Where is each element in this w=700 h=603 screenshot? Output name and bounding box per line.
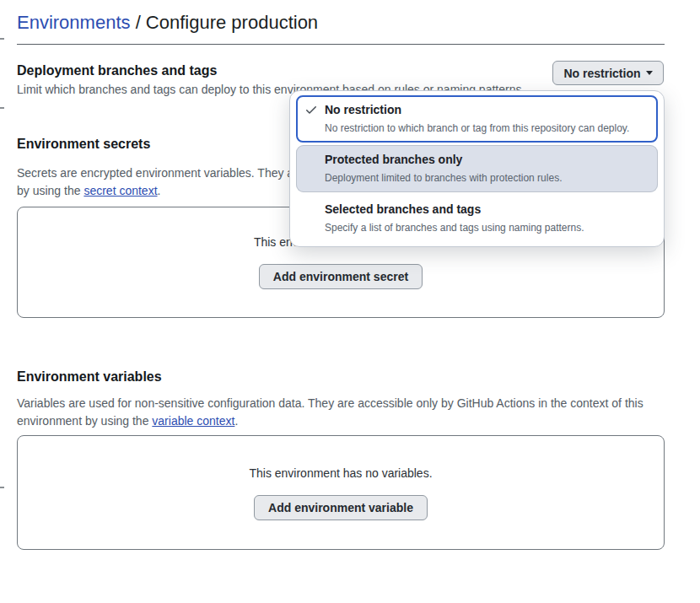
restriction-selector-label: No restriction bbox=[563, 67, 640, 80]
dropdown-option-description: No restriction to which branch or tag fr… bbox=[325, 121, 648, 135]
variables-empty-message: This environment has no variables. bbox=[18, 466, 664, 480]
edge-artifact bbox=[0, 38, 4, 40]
dropdown-option-description: Specify a list of branches and tags usin… bbox=[325, 221, 648, 234]
breadcrumb-environments-link[interactable]: Environments bbox=[17, 12, 131, 33]
check-icon bbox=[304, 103, 318, 116]
chevron-down-icon bbox=[646, 71, 653, 75]
secrets-section-title: Environment secrets bbox=[17, 136, 150, 153]
dropdown-option-title: No restriction bbox=[325, 102, 648, 118]
variable-context-link[interactable]: variable context bbox=[152, 414, 234, 428]
variables-empty-box: This environment has no variables. Add e… bbox=[17, 435, 665, 550]
dropdown-option-protected-branches[interactable]: Protected branches only Deployment limit… bbox=[296, 145, 658, 192]
add-environment-secret-button[interactable]: Add environment secret bbox=[259, 264, 423, 289]
deployment-section-title: Deployment branches and tags bbox=[17, 62, 217, 79]
dropdown-option-title: Protected branches only bbox=[325, 152, 648, 168]
dropdown-option-description: Deployment limited to branches with prot… bbox=[325, 171, 648, 185]
dropdown-option-selected-branches[interactable]: Selected branches and tags Specify a lis… bbox=[296, 195, 658, 242]
variables-description-period: . bbox=[234, 414, 238, 428]
restriction-dropdown-menu: No restriction No restriction to which b… bbox=[289, 90, 665, 247]
page-title: Environments / Configure production bbox=[17, 11, 318, 35]
dropdown-option-no-restriction[interactable]: No restriction No restriction to which b… bbox=[296, 95, 658, 143]
variables-section-description: Variables are used for non-sensitive con… bbox=[17, 395, 675, 430]
restriction-selector-button[interactable]: No restriction bbox=[552, 61, 664, 85]
environment-settings-page: Environments / Configure production Depl… bbox=[0, 0, 700, 603]
variables-section-title: Environment variables bbox=[17, 369, 162, 385]
secrets-description-period: . bbox=[158, 184, 161, 197]
breadcrumb-separator: / bbox=[131, 12, 146, 33]
edge-artifact bbox=[0, 487, 4, 488]
header-divider bbox=[17, 44, 665, 45]
add-environment-variable-button[interactable]: Add environment variable bbox=[254, 495, 428, 520]
variables-description-text: Variables are used for non-sensitive con… bbox=[17, 396, 643, 428]
secret-context-link[interactable]: secret context bbox=[83, 184, 157, 197]
dropdown-option-title: Selected branches and tags bbox=[325, 202, 648, 218]
edge-artifact bbox=[0, 107, 4, 109]
breadcrumb-current: Configure production bbox=[146, 12, 318, 33]
